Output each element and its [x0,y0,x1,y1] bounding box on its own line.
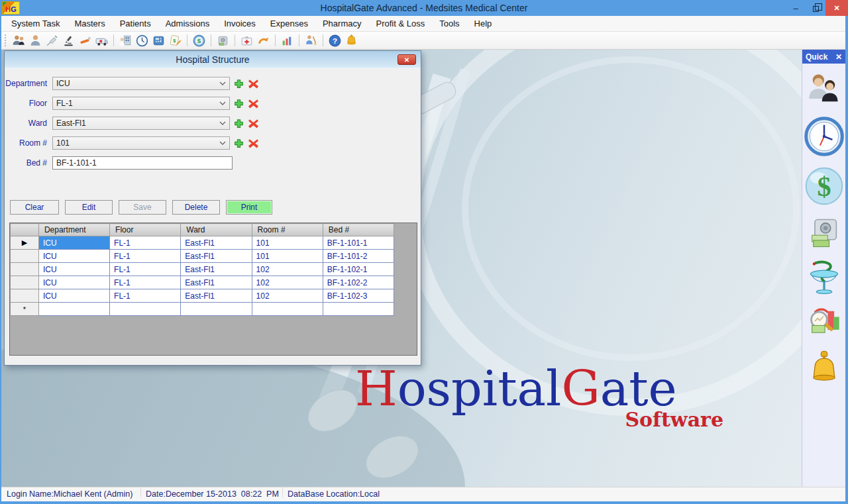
grid-cell[interactable]: BF-1-102-3 [323,289,394,303]
grid-column-header[interactable]: Department [38,224,109,236]
quick-billing-icon[interactable]: $ [804,166,845,207]
grid-column-header[interactable]: Room # [252,224,323,236]
toolbar-grip[interactable] [5,34,7,46]
dollar-coin-icon[interactable]: $ [192,34,206,48]
floor-combobox[interactable]: FL-1 [52,97,230,110]
grid-cell[interactable]: 101 [252,236,323,250]
grid-cell[interactable] [252,303,323,316]
save-button[interactable]: Save [119,200,166,215]
grid-cell[interactable]: BF-1-102-2 [323,276,394,289]
add-ward-button[interactable] [233,118,244,129]
chart-icon[interactable] [280,34,294,48]
quick-patients-icon[interactable] [806,72,842,107]
menu-pharmacy[interactable]: Pharmacy [315,16,369,32]
grid-cell[interactable]: FL-1 [110,263,181,276]
grid-cell[interactable]: ICU [38,289,109,303]
grid-cell[interactable] [38,303,109,316]
grid-cell[interactable]: ICU [38,250,109,263]
grid-cell[interactable]: FL-1 [110,289,181,303]
grid-column-header[interactable]: Ward [181,224,252,236]
row-selector[interactable] [11,263,39,276]
department-combobox[interactable]: ICU [52,77,230,90]
patient-icon[interactable] [28,34,42,48]
row-selector[interactable]: ▶ [11,236,39,250]
menu-masters[interactable]: Masters [67,16,112,32]
row-selector[interactable] [11,250,39,263]
quick-panel-close-icon[interactable]: ✕ [835,52,842,62]
add-room-button[interactable] [233,138,244,149]
first-aid-box-icon[interactable] [240,34,254,48]
grid-cell[interactable]: East-Fl1 [181,263,252,276]
help-icon[interactable]: ? [328,34,342,48]
row-selector[interactable] [11,289,39,303]
grid-column-header[interactable]: Floor [110,224,181,236]
delete-department-button[interactable] [248,78,259,89]
delete-floor-button[interactable] [248,98,259,109]
hospital-admission-icon[interactable] [119,34,132,48]
ambulance-icon[interactable] [95,34,109,48]
menu-help[interactable]: Help [467,16,500,32]
grid-column-header[interactable]: Bed # [323,224,394,236]
minimize-button[interactable]: – [786,0,806,16]
grid-cell[interactable]: BF-1-101-1 [323,236,394,250]
add-department-button[interactable] [233,78,244,89]
quick-reports-icon[interactable] [806,304,842,340]
ward-combobox[interactable]: East-Fl1 [52,117,230,130]
grid-cell[interactable]: FL-1 [110,250,181,263]
menu-profit-loss[interactable]: Profit & Loss [368,16,432,32]
grid-cell[interactable]: East-Fl1 [181,289,252,303]
invoice-icon[interactable]: $ [168,34,182,48]
quick-clock-icon[interactable] [804,116,845,157]
edit-button[interactable]: Edit [65,200,113,215]
row-selector[interactable] [11,276,39,289]
quick-pharmacy-icon[interactable] [806,260,842,295]
grid-cell[interactable]: East-Fl1 [181,236,252,250]
grid-cell[interactable]: ICU [38,236,109,250]
add-floor-button[interactable] [233,98,244,109]
grid-cell[interactable]: 101 [252,250,323,263]
print-button[interactable]: Print [226,200,272,215]
quick-alerts-icon[interactable] [806,348,842,384]
syringe-icon[interactable] [45,34,59,48]
grid-cell[interactable] [181,303,252,316]
row-selector[interactable]: * [11,303,39,316]
menu-admissions[interactable]: Admissions [158,16,217,32]
clear-button[interactable]: Clear [10,200,59,215]
menu-patients[interactable]: Patients [113,16,158,32]
grid-cell[interactable] [323,303,394,316]
grid-selector-header[interactable] [11,224,39,236]
grid-cell[interactable]: ICU [38,263,109,276]
menu-system-task[interactable]: System Task [4,16,67,32]
grid-cell[interactable]: 102 [252,276,323,289]
clock-icon[interactable] [135,34,149,48]
delete-room-button[interactable] [248,138,259,149]
menu-invoices[interactable]: Invoices [217,16,263,32]
thermometer-icon[interactable] [78,34,92,48]
grid-cell[interactable]: ICU [38,276,109,289]
patients-group-icon[interactable] [12,34,26,48]
delete-button[interactable]: Delete [172,200,220,215]
grid-cell[interactable]: BF-1-102-1 [323,263,394,276]
dialog-titlebar[interactable]: Hospital Structure ✕ [5,51,421,68]
bed-number-input[interactable]: BF-1-101-1 [52,156,233,170]
bell-icon[interactable] [344,34,358,48]
menu-tools[interactable]: Tools [432,16,466,32]
room-combobox[interactable]: 101 [52,136,230,150]
grid-cell[interactable]: 102 [252,263,323,276]
safe-box-icon[interactable] [216,34,230,48]
grid-cell[interactable]: FL-1 [110,236,181,250]
cleanup-icon[interactable] [304,34,318,48]
undo-arrow-icon[interactable] [256,34,270,48]
quick-cash-safe-icon[interactable] [806,215,842,251]
grid-cell[interactable]: 102 [252,289,323,303]
grid-cell[interactable]: East-Fl1 [181,276,252,289]
grid-cell[interactable]: East-Fl1 [181,250,252,263]
delete-ward-button[interactable] [248,118,259,129]
grid-cell[interactable]: BF-1-101-2 [323,250,394,263]
menu-expenses[interactable]: Expenses [263,16,315,32]
restore-button[interactable] [806,0,825,16]
grid-cell[interactable] [110,303,181,316]
phone-icon[interactable] [152,34,166,48]
close-button[interactable]: ✕ [825,0,848,16]
grid-cell[interactable]: FL-1 [110,276,181,289]
